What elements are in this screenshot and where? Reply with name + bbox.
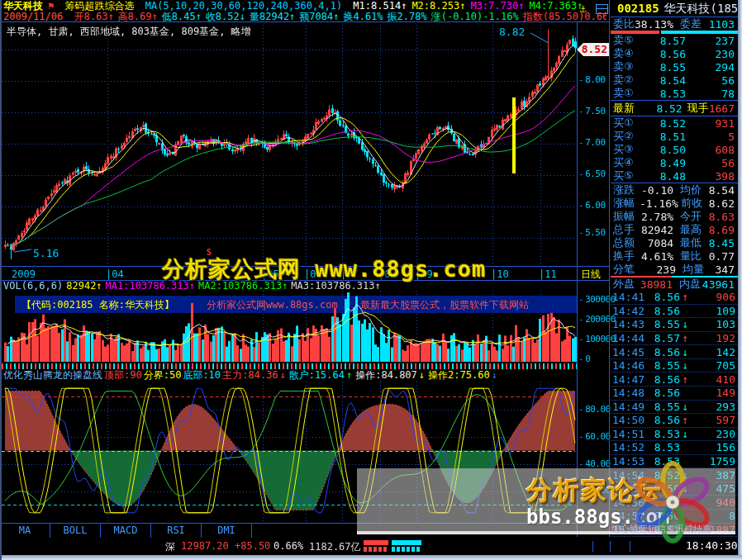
tx-volume: 142 [691, 346, 739, 358]
anchor-icon[interactable]: ⚓ [580, 2, 587, 15]
outer-label: 外盘 [611, 277, 635, 292]
stat-row: 分笔239均量347 [611, 263, 739, 276]
oscillator-header: 优化秀山腾龙的操盘线顶部:90分界:50底部:10主力:84.36↓散户:15.… [3, 370, 606, 381]
window-icon[interactable] [596, 4, 608, 14]
ask-levels: 卖⑤8.57237卖④8.56230卖③8.55294卖②8.5456卖①8.5… [611, 34, 739, 100]
ask-price: 8.57 [644, 35, 686, 47]
stock-terminal-window: 华天科技⚑ 筹码超跌综合选 MA(5,10,20,30,60,120,240,3… [0, 0, 742, 560]
axis-tick: - [578, 334, 583, 344]
axis-value: 7.50 [585, 106, 606, 116]
transaction-row: 14:478.56↑410 [611, 373, 739, 387]
tab-macd[interactable]: MACD [101, 524, 151, 538]
axis-value: 6.00 [585, 200, 606, 211]
axis-tick: - [578, 168, 583, 179]
osc-header-item: 底部:10 [183, 370, 221, 381]
transaction-row: 14:518.53↓230 [611, 428, 739, 442]
tx-time: 14:45 [611, 346, 645, 358]
stat-value: 8.69 [709, 224, 739, 236]
tx-time: 14:41 [611, 291, 645, 303]
tx-time: 14:47 [611, 373, 645, 386]
transaction-row: 14:458.56↓142 [611, 345, 739, 359]
bid-volume: 398 [686, 170, 739, 183]
bid-row[interactable]: 买②8.515 [611, 130, 739, 143]
axis-value: 80.00 [585, 404, 611, 415]
ask-row[interactable]: 卖①8.5378 [611, 87, 739, 100]
y-axis-label: -80.00 [578, 405, 611, 415]
tx-price: 8.56 [645, 291, 680, 303]
tx-time: 14:48 [611, 387, 645, 399]
low-price-callout: 5.16 [33, 247, 59, 259]
stat-value: 82942 [640, 224, 673, 236]
quote-panel: 002185 华天科技 (185) 委比 38.13% 委差 1103 卖⑤8.… [611, 0, 739, 537]
weibi-value: 38.13% [635, 18, 673, 31]
transaction-row: 14:528.53156 [611, 441, 739, 455]
tx-time: 14:49 [611, 401, 645, 413]
latest-label: 最新 [611, 101, 642, 116]
main-candlestick-chart[interactable] [2, 21, 577, 266]
ask-volume: 294 [686, 61, 739, 74]
osc-header-arrow: ↓ [419, 370, 425, 381]
tab-boll[interactable]: BOLL [50, 524, 101, 538]
bid-volume: 608 [686, 144, 739, 156]
y-axis-label: -6.00 [578, 201, 606, 211]
tx-price: 8.56 [645, 373, 680, 386]
index-value: 12987.20 [181, 540, 229, 552]
tx-direction: ↑ [680, 332, 691, 344]
bid-row[interactable]: 买⑤8.48398 [611, 169, 739, 183]
tx-volume: 597 [691, 414, 739, 426]
y-axis-label: -5.50 [578, 228, 606, 238]
bid-price: 8.51 [644, 131, 686, 143]
period-label[interactable]: 日线 [581, 268, 601, 282]
bid-price: 8.52 [644, 117, 686, 130]
tab-dmi[interactable]: DMI [202, 524, 252, 538]
transaction-row: 14:468.55↓705 [611, 359, 739, 373]
osc-header-item: 操作2:75.60 [428, 370, 490, 381]
ask-row[interactable]: 卖⑤8.57237 [611, 34, 739, 47]
ma-value: M2:8.253↑ [411, 1, 465, 12]
bid-row[interactable]: 买③8.50608 [611, 143, 739, 156]
ask-volume: 230 [686, 48, 739, 60]
ask-row[interactable]: 卖②8.5456 [611, 74, 739, 87]
weibi-row: 委比 38.13% 委差 1103 [611, 17, 739, 31]
ma-value: M3:7.730↑ [470, 1, 524, 12]
ma-value: M1:8.514↑ [353, 1, 407, 12]
bid-volume: 56 [686, 157, 739, 169]
tx-direction: ↑ [680, 291, 691, 303]
bid-row[interactable]: 买④8.4956 [611, 156, 739, 169]
tab-ma[interactable]: MA [0, 524, 50, 538]
tx-volume: 156 [691, 441, 739, 453]
ask-row[interactable]: 卖③8.55294 [611, 60, 739, 74]
osc-header-item: 顶部:90 [104, 370, 142, 381]
stat-label: 均量 [676, 262, 712, 277]
weibi-label: 委比 [611, 17, 635, 31]
window-icon-bar [597, 5, 607, 9]
vol-header-item: VOL(6,6,6) [3, 281, 63, 292]
tx-direction: ↑ [680, 414, 691, 426]
last-price-tag: 8.52 [577, 43, 610, 56]
ask-row[interactable]: 卖④8.56230 [611, 47, 739, 60]
stat-row: 总额7084最低8.45 [611, 236, 739, 249]
band-watermark-2: 最新最大股票公式，股票软件下载网站 [360, 298, 529, 312]
stat-row: 振幅2.78%今开8.63 [611, 210, 739, 223]
inner-value: 43961 [701, 278, 739, 291]
stat-value: 7084 [640, 237, 673, 249]
bid-levels: 买①8.52931买②8.515买③8.50608买④8.4956买⑤8.483… [611, 116, 739, 183]
tx-volume: 109 [691, 305, 739, 317]
bid-row[interactable]: 买①8.52931 [611, 116, 739, 130]
clock: 18:40:30 [686, 539, 738, 552]
tab-rsi[interactable]: RSI [151, 524, 202, 538]
y-axis-label: -6.50 [578, 169, 606, 179]
index-pct: 0.66% [273, 540, 303, 552]
strategy-name[interactable]: 筹码超跌综合选 [64, 1, 134, 12]
ask-label: 卖① [611, 86, 644, 101]
axis-tick: - [578, 294, 583, 305]
tx-volume: 906 [691, 291, 739, 303]
y-axis-label: -60.00 [578, 432, 611, 442]
xianshou-value: 1667 [709, 102, 739, 115]
tx-time: 14:43 [611, 318, 645, 330]
osc-header-item: 操作:84.807 [355, 370, 417, 381]
status-bar: 深 12987.20 +85.50 0.66% 1182.67亿 [0, 538, 739, 555]
bid-volume: 931 [686, 117, 739, 130]
tx-price: 8.55 [645, 359, 680, 372]
axis-value: 8.00 [585, 74, 606, 85]
